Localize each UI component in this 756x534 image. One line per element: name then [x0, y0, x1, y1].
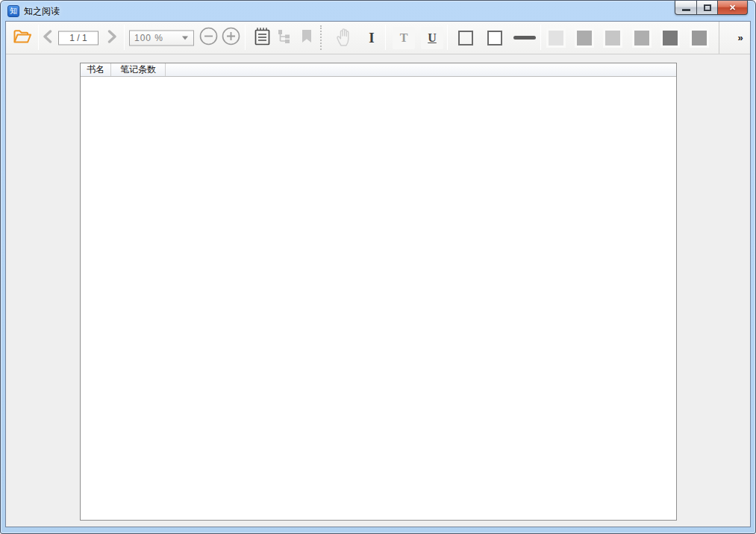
color-swatch [549, 31, 563, 45]
toolbar-separator [124, 25, 125, 50]
toolbar-separator [38, 25, 39, 50]
next-page-button[interactable] [104, 29, 119, 47]
column-header-note-count[interactable]: 笔记条数 [111, 63, 166, 76]
color-swatch [605, 31, 620, 45]
toolbar-separator [540, 25, 541, 50]
table-body-empty[interactable] [81, 77, 676, 520]
maximize-icon [704, 4, 711, 11]
open-folder-icon [13, 28, 32, 48]
book-notes-table[interactable]: 书名 笔记条数 [80, 63, 677, 521]
titlebar[interactable]: 知 知之阅读 [1, 1, 755, 21]
previous-page-button[interactable] [40, 29, 54, 47]
hollow-rectangle-button[interactable] [454, 27, 477, 49]
open-file-button[interactable] [10, 27, 34, 49]
color-swatch-button[interactable] [603, 28, 622, 48]
color-swatch-button[interactable] [660, 28, 680, 48]
window-title: 知之阅读 [24, 5, 60, 18]
hollow-rectangle-icon [458, 31, 473, 45]
zoom-out-icon [199, 27, 218, 48]
hand-tool-button[interactable] [331, 26, 355, 50]
hand-icon [334, 26, 353, 50]
minimize-icon [682, 9, 690, 11]
minimize-button[interactable] [675, 1, 697, 15]
text-annotation-icon: T [400, 31, 408, 45]
bookmark-icon [301, 29, 313, 46]
page-number-input[interactable] [58, 31, 99, 45]
caption-buttons: ✕ [675, 1, 748, 15]
color-swatch-button[interactable] [575, 28, 594, 48]
color-swatch [577, 31, 592, 45]
close-icon: ✕ [729, 3, 736, 13]
maximize-button[interactable] [696, 1, 718, 15]
filled-rectangle-button[interactable] [484, 27, 506, 49]
toolbar-separator [385, 25, 386, 50]
text-annotation-button[interactable]: T [393, 27, 415, 49]
column-header-book-name[interactable]: 书名 [81, 63, 111, 76]
color-swatch-button[interactable] [690, 28, 709, 48]
zoom-in-button[interactable] [221, 28, 240, 48]
chevron-right-icon [107, 30, 117, 46]
color-swatch [663, 31, 678, 45]
color-swatch-button[interactable] [632, 28, 652, 48]
chevron-left-icon [43, 30, 52, 46]
outline-tree-icon [277, 28, 293, 48]
underline-annotation-icon: U [428, 31, 437, 45]
app-window: 知 知之阅读 ✕ [0, 0, 756, 534]
app-icon: 知 [7, 5, 19, 17]
underline-annotation-button[interactable]: U [421, 27, 443, 49]
bookmark-button[interactable] [297, 27, 316, 49]
thick-line-icon [513, 36, 536, 40]
chevron-down-icon [182, 36, 188, 40]
table-header-row: 书名 笔记条数 [81, 63, 676, 77]
outline-tree-button[interactable] [275, 27, 296, 49]
line-annotation-button[interactable] [512, 27, 537, 49]
main-content: 书名 笔记条数 [6, 54, 750, 527]
close-button[interactable]: ✕ [717, 1, 748, 15]
toolbar-separator [719, 22, 719, 54]
notes-list-button[interactable] [252, 27, 272, 49]
text-select-tool-button[interactable]: I [362, 27, 381, 49]
zoom-in-icon [222, 27, 240, 48]
toolbar-grip[interactable] [320, 25, 322, 50]
zoom-level-value: 100 % [130, 33, 182, 43]
color-swatch [692, 31, 707, 45]
toolbar-separator [245, 25, 246, 50]
color-swatch-button[interactable] [546, 28, 566, 48]
zoom-out-button[interactable] [199, 28, 218, 48]
client-area: 100 % [5, 21, 751, 527]
color-swatch [634, 31, 649, 45]
toolbar-separator [447, 25, 448, 50]
toolbar-overflow-button[interactable]: » [731, 27, 749, 49]
ibeam-cursor-icon: I [369, 30, 374, 46]
zoom-level-select[interactable]: 100 % [129, 30, 194, 45]
white-rectangle-icon [487, 31, 502, 45]
notepad-icon [254, 26, 271, 49]
toolbar: 100 % [6, 22, 750, 54]
